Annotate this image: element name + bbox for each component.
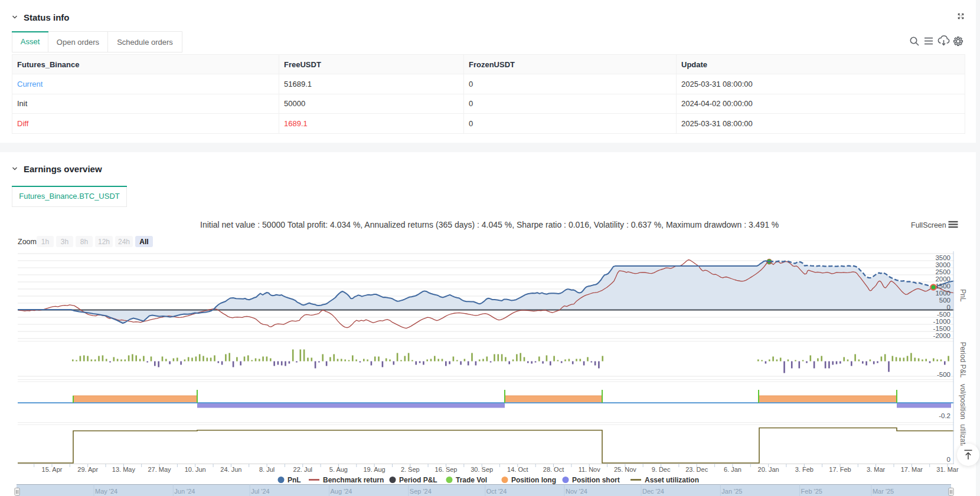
svg-text:8. Jul: 8. Jul bbox=[259, 466, 275, 473]
svg-text:Trade Vol: Trade Vol bbox=[456, 476, 487, 484]
svg-text:9. Dec: 9. Dec bbox=[652, 466, 671, 473]
svg-text:17. Mar: 17. Mar bbox=[901, 466, 923, 473]
svg-text:Period P&L: Period P&L bbox=[399, 476, 437, 484]
svg-text:Position long: Position long bbox=[511, 476, 556, 484]
svg-text:Dec '24: Dec '24 bbox=[642, 488, 664, 495]
svg-text:Benchmark return: Benchmark return bbox=[323, 476, 384, 484]
svg-text:Jun '24: Jun '24 bbox=[174, 488, 195, 495]
svg-text:-500: -500 bbox=[937, 311, 950, 318]
svg-text:2000: 2000 bbox=[935, 275, 950, 283]
svg-text:22. Jul: 22. Jul bbox=[293, 466, 312, 473]
svg-text:29. Apr: 29. Apr bbox=[77, 466, 98, 473]
svg-text:PnL: PnL bbox=[288, 476, 301, 484]
svg-text:23. Dec: 23. Dec bbox=[685, 466, 708, 473]
svg-text:Mar '25: Mar '25 bbox=[873, 488, 894, 495]
svg-text:16. Sep: 16. Sep bbox=[435, 466, 458, 473]
svg-text:Nov '24: Nov '24 bbox=[566, 488, 587, 495]
svg-text:25. Nov: 25. Nov bbox=[614, 466, 636, 473]
svg-text:24. Jun: 24. Jun bbox=[220, 466, 241, 473]
svg-text:28. Oct: 28. Oct bbox=[543, 466, 564, 473]
svg-text:vol/position: vol/position bbox=[959, 384, 967, 419]
svg-text:20. Jan: 20. Jan bbox=[758, 466, 779, 473]
svg-text:Period P&L: Period P&L bbox=[959, 342, 967, 378]
svg-text:13. May: 13. May bbox=[112, 466, 136, 473]
svg-text:19. Aug: 19. Aug bbox=[363, 466, 385, 473]
svg-text:Aug '24: Aug '24 bbox=[331, 488, 352, 495]
svg-text:Sep '24: Sep '24 bbox=[410, 488, 432, 495]
svg-text:-500: -500 bbox=[937, 371, 950, 378]
svg-text:30. Sep: 30. Sep bbox=[471, 466, 493, 473]
svg-text:Asset utilization: Asset utilization bbox=[645, 476, 699, 484]
svg-text:17. Feb: 17. Feb bbox=[829, 466, 851, 473]
svg-text:Position short: Position short bbox=[572, 476, 620, 484]
svg-text:6. Jan: 6. Jan bbox=[724, 466, 741, 473]
svg-text:1000: 1000 bbox=[935, 290, 950, 297]
svg-text:31. Mar: 31. Mar bbox=[936, 466, 959, 473]
svg-text:-1500: -1500 bbox=[933, 325, 950, 332]
svg-text:PnL: PnL bbox=[959, 289, 967, 302]
svg-text:14. Oct: 14. Oct bbox=[507, 466, 528, 473]
svg-text:May '24: May '24 bbox=[95, 488, 117, 495]
svg-text:Jan '25: Jan '25 bbox=[721, 488, 742, 495]
svg-text:500: 500 bbox=[939, 297, 950, 304]
svg-text:3000: 3000 bbox=[935, 261, 950, 268]
svg-text:1500: 1500 bbox=[935, 283, 950, 290]
svg-text:0: 0 bbox=[947, 456, 950, 463]
svg-text:3. Mar: 3. Mar bbox=[867, 466, 886, 473]
svg-text:3500: 3500 bbox=[935, 254, 950, 261]
svg-text:0: 0 bbox=[947, 304, 950, 311]
svg-text:10. Jun: 10. Jun bbox=[185, 466, 206, 473]
svg-text:-2000: -2000 bbox=[933, 332, 950, 339]
svg-text:-0.2: -0.2 bbox=[939, 412, 950, 419]
svg-text:11. Nov: 11. Nov bbox=[579, 466, 601, 473]
svg-text:27. May: 27. May bbox=[148, 466, 171, 473]
svg-text:Oct '24: Oct '24 bbox=[486, 488, 507, 495]
svg-text:15. Apr: 15. Apr bbox=[42, 466, 63, 473]
svg-text:Jul '24: Jul '24 bbox=[251, 488, 269, 495]
svg-text:5. Aug: 5. Aug bbox=[329, 466, 348, 473]
svg-text:2500: 2500 bbox=[935, 268, 950, 275]
svg-text:2. Sep: 2. Sep bbox=[401, 466, 420, 473]
svg-text:-1000: -1000 bbox=[933, 318, 950, 325]
svg-text:Feb '25: Feb '25 bbox=[801, 488, 822, 495]
svg-text:3. Feb: 3. Feb bbox=[795, 466, 814, 473]
